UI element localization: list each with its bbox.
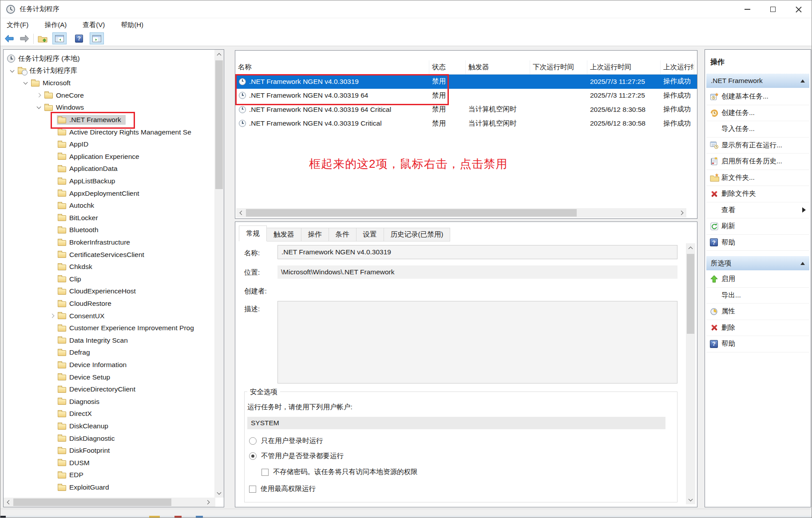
tree-item-brokerinfrastructure[interactable]: BrokerInfrastructure (4, 236, 213, 249)
tree-item-defrag[interactable]: Defrag (4, 346, 213, 359)
menu-item[interactable]: 查看(V) (83, 21, 105, 29)
tree-item-onecore[interactable]: OneCore (4, 89, 213, 102)
tree-item-exploitguard[interactable]: ExploitGuard (4, 481, 213, 494)
menu-item[interactable]: 操作(A) (44, 21, 67, 29)
action-item[interactable]: ?帮助 (706, 235, 809, 251)
scroll-right-icon[interactable] (677, 208, 686, 217)
tree-vertical-scrollbar[interactable] (214, 50, 224, 498)
action-item[interactable]: 查看 (706, 202, 809, 219)
action-item[interactable]: 删除文件夹 (706, 186, 809, 202)
back-button[interactable] (3, 32, 16, 44)
tree-item-diskfootprint[interactable]: DiskFootprint (4, 444, 213, 457)
radio-run-logged-on[interactable]: 只在用户登录时运行 (249, 436, 323, 446)
tree-horizontal-scrollbar[interactable] (4, 498, 215, 507)
minimize-button[interactable] (734, 0, 760, 18)
menu-item[interactable]: 帮助(H) (121, 21, 143, 29)
checkbox-highest-privileges[interactable]: 使用最高权限运行 (249, 484, 316, 494)
radio-icon[interactable] (249, 437, 257, 445)
tree-item-chkdsk[interactable]: Chkdsk (4, 261, 213, 273)
tree-item-diagnosis[interactable]: Diagnosis (4, 395, 213, 408)
menu-item[interactable]: 文件(F) (7, 21, 28, 29)
tab-1[interactable]: 触发器 (267, 228, 301, 241)
action-item[interactable]: 删除 (706, 320, 809, 336)
tree-item-application-experience[interactable]: Application Experience (4, 150, 213, 163)
forward-button[interactable] (18, 32, 31, 44)
tree-item-autochk[interactable]: Autochk (4, 199, 213, 212)
action-item[interactable]: 启用 (706, 271, 809, 288)
scroll-up-icon[interactable] (686, 243, 695, 253)
action-item[interactable]: 导出... (706, 288, 809, 304)
expander-expanded-icon[interactable] (34, 103, 44, 112)
tree-item-edp[interactable]: EDP (4, 469, 213, 481)
column-header[interactable]: 下次运行时间 (530, 60, 587, 74)
tree-item-applistbackup[interactable]: AppListBackup (4, 175, 213, 187)
column-header[interactable]: 上次运行结果 (661, 60, 694, 74)
tree-item-bluetooth[interactable]: Bluetooth (4, 224, 213, 236)
help-toolbar-button[interactable]: ? (73, 32, 85, 44)
tree-item-clip[interactable]: Clip (4, 273, 213, 285)
tree-vscroll-thumb[interactable] (215, 60, 223, 189)
detail-vscroll-thumb[interactable] (687, 254, 694, 334)
show-console-tree-toggle[interactable] (52, 32, 67, 44)
action-item[interactable]: 导入任务... (706, 121, 809, 138)
tree-item-device-setup[interactable]: Device Setup (4, 371, 213, 384)
action-item[interactable]: 属性 (706, 304, 809, 320)
tree-item--[interactable]: 任务计划程序库 (4, 65, 213, 77)
list-hscroll-thumb[interactable] (246, 209, 577, 217)
tree-item-dusm[interactable]: DUSM (4, 457, 213, 469)
description-field[interactable] (277, 301, 677, 384)
scroll-down-icon[interactable] (686, 495, 695, 504)
action-item[interactable]: 新文件夹... (706, 170, 809, 186)
scroll-left-icon[interactable] (4, 498, 13, 507)
checkbox-no-password[interactable]: 不存储密码。该任务将只有访问本地资源的权限 (261, 467, 418, 477)
tree-item--[interactable]: 任务计划程序 (本地) (4, 52, 213, 65)
tree-item-diskcleanup[interactable]: DiskCleanup (4, 420, 213, 432)
detail-vertical-scrollbar[interactable] (686, 243, 695, 504)
tree-item-data-integrity-scan[interactable]: Data Integrity Scan (4, 334, 213, 347)
radio-selected-icon[interactable] (249, 452, 257, 460)
tree-item-devicedirectoryclient[interactable]: DeviceDirectoryClient (4, 383, 213, 395)
collapse-arrow-icon[interactable] (800, 262, 805, 265)
action-item[interactable]: 创建任务... (706, 105, 809, 122)
tree-item-certificateservicesclient[interactable]: CertificateServicesClient (4, 249, 213, 261)
maximize-button[interactable] (760, 0, 786, 18)
checkbox-icon[interactable] (249, 486, 256, 493)
up-folder-button[interactable] (36, 32, 49, 44)
tree-item-cloudexperiencehost[interactable]: CloudExperienceHost (4, 285, 213, 297)
close-button[interactable] (786, 0, 812, 18)
tab-5[interactable]: 历史记录(已禁用) (384, 228, 451, 241)
action-item[interactable]: 创建基本任务... (706, 89, 809, 105)
tree-item-applicationdata[interactable]: ApplicationData (4, 162, 213, 175)
tree-item-customer-experience-improvement-prog[interactable]: Customer Experience Improvement Prog (4, 322, 213, 334)
checkbox-icon[interactable] (261, 469, 269, 476)
collapse-arrow-icon[interactable] (800, 79, 805, 83)
tree-item-directx[interactable]: DirectX (4, 407, 213, 420)
scroll-up-icon[interactable] (214, 50, 224, 59)
scroll-down-icon[interactable] (214, 488, 224, 498)
column-header[interactable]: 名称 (235, 60, 429, 74)
tree-item-diskdiagnostic[interactable]: DiskDiagnostic (4, 432, 213, 445)
list-horizontal-scrollbar[interactable] (236, 208, 686, 217)
action-section-header[interactable]: .NET Framework (706, 74, 809, 88)
tree-item-appxdeploymentclient[interactable]: AppxDeploymentClient (4, 187, 213, 200)
tree-item-device-information[interactable]: Device Information (4, 359, 213, 371)
action-section-header[interactable]: 所选项 (706, 256, 809, 270)
action-item[interactable]: 刷新 (706, 218, 809, 235)
tab-2[interactable]: 操作 (301, 228, 329, 241)
scroll-right-icon[interactable] (203, 498, 213, 507)
tab-3[interactable]: 条件 (329, 228, 356, 241)
expander-collapsed-icon[interactable] (34, 91, 44, 100)
radio-run-any-logon[interactable]: 不管用户是否登录都要运行 (249, 451, 344, 461)
expander-collapsed-icon[interactable] (47, 311, 57, 321)
tree-item-appid[interactable]: AppID (4, 138, 213, 150)
tree-hscroll-thumb[interactable] (13, 498, 171, 506)
scroll-left-icon[interactable] (236, 208, 246, 217)
expander-expanded-icon[interactable] (7, 66, 17, 76)
tree-item-bitlocker[interactable]: BitLocker (4, 212, 213, 224)
show-action-pane-toggle[interactable] (90, 32, 104, 44)
action-item[interactable]: 显示所有正在运行... (706, 138, 809, 154)
task-row[interactable]: .NET Framework NGEN v4.0.30319 Critical禁… (235, 117, 697, 131)
tab-general[interactable]: 常规 (239, 225, 267, 241)
action-item[interactable]: ?帮助 (706, 336, 809, 352)
column-header[interactable]: 触发器 (466, 60, 530, 74)
